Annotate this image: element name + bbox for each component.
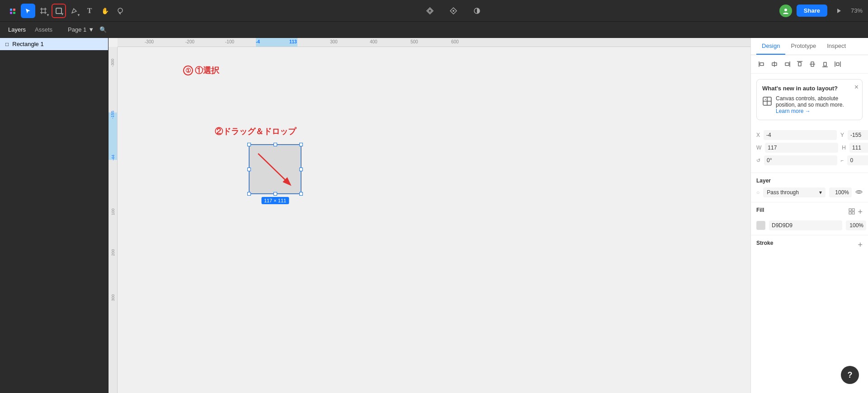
ruler-v-300: 300 <box>111 294 115 301</box>
stroke-section: Stroke + <box>751 235 868 254</box>
plugins-button[interactable] <box>446 4 461 18</box>
align-center-h-button[interactable] <box>769 59 780 70</box>
tab-design[interactable]: Design <box>756 38 785 55</box>
svg-rect-22 <box>798 62 801 66</box>
select-tool-button[interactable] <box>21 4 35 18</box>
help-button[interactable]: ? <box>841 366 859 384</box>
blend-mode-chevron: ▾ <box>819 189 822 196</box>
y-label: Y <box>840 132 844 138</box>
annotation-2-text: ②ドラッグ＆ドロップ <box>215 127 296 136</box>
svg-rect-29 <box>836 63 839 66</box>
drag-arrow <box>249 145 301 194</box>
whats-new-panel: What's new in auto layout? × Canvas cont… <box>756 79 863 120</box>
page-selector[interactable]: Page 1 ▼ <box>68 26 94 33</box>
ruler-v--300: -300 <box>110 59 115 67</box>
layer-section: Layer ○ Pass through ▾ <box>751 173 868 202</box>
ruler-mark--4: -4 <box>256 39 260 44</box>
ruler-mark--300: -300 <box>145 39 154 44</box>
right-panel: Design Prototype Inspect <box>750 38 868 393</box>
components-button[interactable] <box>423 4 437 18</box>
canvas-area[interactable]: -300 -200 -100 -4 113 300 400 500 600 -3… <box>108 38 750 393</box>
whats-new-text: Canvas controls, absolute position, and … <box>776 95 857 114</box>
w-input[interactable] <box>765 143 838 153</box>
rect-container[interactable]: 117 × 111 <box>249 144 302 194</box>
whats-new-description: Canvas controls, absolute position, and … <box>776 95 844 108</box>
whats-new-close-button[interactable]: × <box>854 83 859 91</box>
blend-mode-circle-icon: ○ <box>756 189 760 196</box>
svg-rect-1 <box>13 9 15 11</box>
align-top-button[interactable] <box>794 59 805 70</box>
fill-color-swatch[interactable] <box>756 221 765 230</box>
pen-tool-button[interactable]: ▼ <box>67 4 81 18</box>
tab-inspect[interactable]: Inspect <box>821 38 851 55</box>
corner-input[interactable] <box>847 155 868 165</box>
fill-section: Fill + <box>751 202 868 235</box>
contrast-button[interactable] <box>470 4 484 18</box>
selected-rectangle[interactable] <box>249 144 302 194</box>
x-input[interactable] <box>764 130 837 140</box>
layer-item-rect1[interactable]: □ Rectangle 1 <box>0 38 108 50</box>
ruler-mark-300: 300 <box>330 39 338 44</box>
wh-row: W H <box>756 143 863 153</box>
stroke-add-button[interactable]: + <box>858 240 863 250</box>
tab-prototype[interactable]: Prototype <box>785 38 821 55</box>
svg-rect-3 <box>13 12 15 14</box>
visibility-toggle[interactable] <box>855 189 863 196</box>
ruler-horizontal: -300 -200 -100 -4 113 300 400 500 600 <box>118 38 750 47</box>
frame-tool-button[interactable]: ▼ <box>36 4 51 18</box>
tab-assets[interactable]: Assets <box>32 24 55 35</box>
y-input[interactable] <box>848 130 868 140</box>
play-button[interactable] <box>832 4 846 18</box>
share-button[interactable]: Share <box>797 5 827 17</box>
comment-tool-button[interactable] <box>113 4 127 18</box>
xy-row: X Y <box>756 130 863 140</box>
fill-header: Fill + <box>756 207 863 217</box>
size-label: 117 × 111 <box>261 197 289 204</box>
stroke-section-title: Stroke <box>756 240 773 246</box>
rotation-icon: ↺ <box>756 158 760 164</box>
svg-rect-36 <box>852 209 854 211</box>
svg-point-34 <box>858 191 860 193</box>
blend-mode-select[interactable]: Pass through ▾ <box>763 187 826 197</box>
svg-rect-20 <box>785 63 789 66</box>
fill-row: − <box>756 220 863 230</box>
layer-label: Rectangle 1 <box>12 41 43 47</box>
fill-add-button[interactable]: + <box>858 207 863 217</box>
text-tool-button[interactable]: T <box>82 4 97 18</box>
ruler-mark-500: 500 <box>410 39 418 44</box>
canvas-content: ① ①選択 ②ドラッグ＆ドロップ <box>118 47 750 393</box>
align-left-button[interactable] <box>756 59 767 70</box>
fill-hex-input[interactable] <box>769 220 842 230</box>
ruler-mark-113: 113 <box>289 39 297 44</box>
learn-more-link[interactable]: Learn more → <box>776 108 811 114</box>
align-center-v-button[interactable] <box>807 59 818 70</box>
center-tools <box>129 4 778 18</box>
rotation-input[interactable] <box>764 155 837 165</box>
opacity-input[interactable] <box>829 187 852 197</box>
x-label: X <box>756 132 760 138</box>
fill-grid-icon-button[interactable] <box>849 208 855 216</box>
whats-new-content: Canvas controls, absolute position, and … <box>762 95 857 114</box>
page-name: Page 1 <box>68 26 86 33</box>
h-input[interactable] <box>849 143 868 153</box>
align-bottom-button[interactable] <box>820 59 830 70</box>
h-label: H <box>842 145 846 151</box>
align-right-button[interactable] <box>782 59 793 70</box>
shape-tool-button[interactable]: ▼ <box>52 4 66 18</box>
avatar <box>779 5 792 17</box>
rotation-corner-row: ↺ ⌐ <box>756 155 863 165</box>
menu-button[interactable] <box>5 4 20 18</box>
page-dropdown-icon: ▼ <box>88 26 94 33</box>
fill-opacity-input[interactable] <box>846 220 866 230</box>
align-tools <box>751 55 868 74</box>
corner-icon: ⌐ <box>841 158 844 163</box>
svg-line-14 <box>258 154 290 184</box>
svg-rect-37 <box>849 212 851 214</box>
ruler-v-200: 200 <box>111 249 115 256</box>
distribute-h-button[interactable] <box>832 59 843 70</box>
left-panel: □ Rectangle 1 <box>0 38 108 393</box>
ruler-mark--100: -100 <box>225 39 234 44</box>
ruler-v--44: -44 <box>110 154 115 160</box>
hand-tool-button[interactable]: ✋ <box>98 4 112 18</box>
tab-layers[interactable]: Layers <box>5 24 28 35</box>
